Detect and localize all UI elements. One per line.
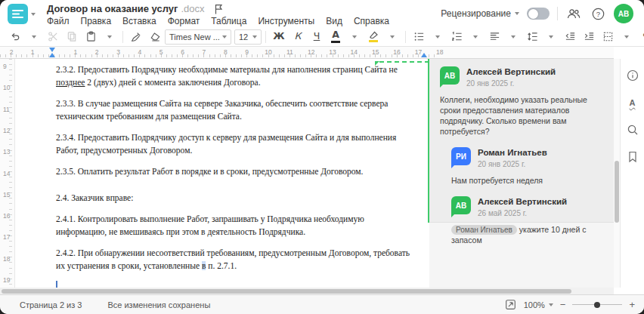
underline-button[interactable]: Ч: [308, 29, 326, 45]
left-indent-marker[interactable]: [49, 53, 55, 57]
chevron-down-icon: [549, 303, 553, 306]
comment-date: 20 янв 2025 г.: [478, 160, 547, 168]
chevron-down-icon: [31, 13, 36, 16]
clear-style-button[interactable]: [146, 29, 164, 45]
help-icon[interactable]: ?: [590, 5, 606, 22]
review-mode-dropdown[interactable]: Рецензирование: [441, 8, 519, 19]
menu-item[interactable]: Вид: [326, 16, 342, 26]
ruler-number: 2: [10, 48, 14, 56]
divider: [122, 31, 123, 43]
svg-text:?: ?: [596, 10, 599, 18]
format-painter-button[interactable]: [127, 29, 145, 45]
paragraph[interactable]: 2.3.4. Предоставить Подрядчику доступ к …: [56, 131, 413, 156]
search-icon[interactable]: [625, 122, 640, 137]
right-indent-marker[interactable]: [421, 53, 427, 57]
align-left-button[interactable]: [485, 29, 503, 45]
numbered-list-dropdown[interactable]: [466, 29, 485, 45]
status-bar: Страница 2 из 3 Все изменения сохранены …: [0, 294, 644, 314]
menu-item[interactable]: Формат: [168, 16, 200, 26]
ruler-number: 7: [203, 48, 206, 56]
document-title-extension: .docx: [181, 3, 204, 14]
chevron-down-icon: [515, 12, 519, 15]
zoom-slider-handle[interactable]: [594, 302, 600, 308]
ruler-number: 14: [3, 170, 10, 177]
menu-item[interactable]: Таблица: [211, 16, 246, 26]
editor-area: 91011121314151617181920 2.3.2. Предостав…: [0, 59, 644, 288]
font-name-select[interactable]: Times New ...: [165, 29, 231, 45]
paste-dropdown[interactable]: [101, 29, 119, 45]
numbered-list-button[interactable]: [447, 29, 466, 45]
zoom-slider[interactable]: [572, 300, 622, 309]
menu-item[interactable]: Файл: [47, 16, 70, 26]
user-avatar[interactable]: АВ: [614, 4, 633, 23]
menu-item[interactable]: Правка: [81, 16, 112, 26]
document-info-icon[interactable]: [625, 68, 640, 83]
app-logo-button[interactable]: [8, 4, 38, 24]
divider: [405, 31, 406, 43]
font-name-value: Times New ...: [169, 32, 220, 42]
text-cursor: [56, 281, 57, 288]
horizontal-ruler: 2 1 123456789101112131415161718: [0, 47, 614, 59]
highlight-color-button[interactable]: [364, 29, 382, 45]
formatting-toolbar: Times New ... 12 Ж К Ч А: [0, 27, 644, 47]
ruler-number: 11: [3, 106, 10, 113]
paragraph[interactable]: 2.3.3. В случае размещения Сайта на серв…: [56, 97, 413, 122]
show-paragraph-marks-button[interactable]: ¶: [636, 29, 644, 45]
zoom-level-select[interactable]: 100%: [524, 300, 553, 309]
mention-chip[interactable]: Роман Игнатьев: [451, 225, 517, 235]
avatar: АВ: [451, 196, 471, 214]
ruler-number: 18: [436, 48, 443, 56]
fit-to-width-icon[interactable]: [505, 299, 517, 311]
cut-button[interactable]: [44, 29, 62, 45]
ruler-number: 14: [351, 48, 358, 56]
avatar: АВ: [440, 66, 460, 85]
avatar: РИ: [451, 147, 471, 165]
copy-button[interactable]: [63, 29, 81, 45]
italic-button[interactable]: К: [289, 29, 307, 45]
spellcheck-icon[interactable]: А: [625, 95, 640, 110]
zoom-level-value: 100%: [524, 300, 545, 309]
comment: АВ Алексей Вертинский 20 янв 2025 г.: [440, 66, 605, 88]
paragraph[interactable]: 2.4. Заказчик вправе:: [56, 192, 413, 205]
collaboration-users-icon[interactable]: [565, 5, 582, 22]
ruler-number: 1: [31, 48, 35, 56]
comment-date: 26 май 2025 г.: [478, 209, 567, 217]
menu-item[interactable]: Инструменты: [258, 16, 314, 26]
paragraph[interactable]: 2.4.1. Контролировать выполнение Работ, …: [56, 213, 413, 238]
review-toggle[interactable]: [527, 8, 550, 20]
align-dropdown[interactable]: [504, 29, 522, 45]
line-spacing-button[interactable]: [523, 29, 541, 45]
zoom-in-button[interactable]: +: [629, 300, 635, 309]
decrease-indent-button[interactable]: [561, 29, 579, 45]
increase-indent-button[interactable]: [580, 29, 598, 45]
comment-thread[interactable]: АВ Алексей Вертинский 20 янв 2025 г. Кол…: [429, 59, 614, 223]
line-spacing-dropdown[interactable]: [542, 29, 560, 45]
zoom-out-button[interactable]: −: [560, 300, 566, 309]
ruler-number: 13: [3, 148, 10, 155]
bullet-list-button[interactable]: [410, 29, 428, 45]
font-color-button[interactable]: А: [327, 29, 345, 45]
paragraph-borders-dropdown[interactable]: [618, 29, 636, 45]
menu-item[interactable]: Вставка: [122, 16, 156, 26]
paragraph[interactable]: 2.3.5. Оплатить результат Работ в порядк…: [56, 165, 413, 178]
vertical-scrollbar-thumb[interactable]: [615, 161, 619, 223]
document-page[interactable]: 2.3.2. Предоставить Подрядчику необходим…: [15, 59, 429, 288]
horizontal-scrollbar-thumb[interactable]: [2, 289, 571, 294]
highlight-color-dropdown[interactable]: [383, 29, 401, 45]
bookmark-icon[interactable]: [625, 149, 640, 165]
paragraph[interactable]: 2.3.2. Предоставить Подрядчику необходим…: [56, 63, 413, 88]
undo-button[interactable]: [6, 29, 24, 45]
menu-item[interactable]: Справка: [354, 16, 389, 26]
font-size-select[interactable]: 12: [234, 29, 262, 45]
bullet-list-dropdown[interactable]: [429, 29, 447, 45]
bold-button[interactable]: Ж: [270, 29, 288, 45]
ruler-number: 1: [73, 48, 77, 56]
first-line-indent-marker[interactable]: [49, 48, 55, 52]
font-color-dropdown[interactable]: [345, 29, 364, 45]
paste-button[interactable]: [82, 29, 100, 45]
undo-dropdown[interactable]: [25, 29, 43, 45]
paragraph[interactable]: 2.4.2. При обнаружении несоответствий тр…: [56, 247, 413, 272]
favorite-flag-icon[interactable]: [214, 4, 223, 14]
paragraph-borders-button[interactable]: [599, 29, 617, 45]
ruler-number: 18: [3, 255, 10, 263]
